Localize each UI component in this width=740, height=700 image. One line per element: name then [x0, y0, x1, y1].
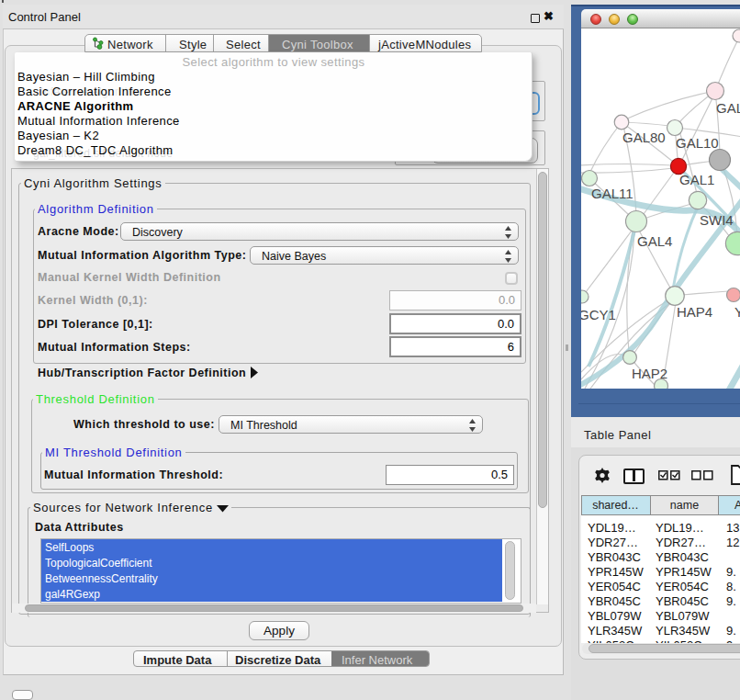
- svg-text:SWI4: SWI4: [700, 212, 734, 228]
- svg-text:GAL4: GAL4: [637, 233, 672, 249]
- svg-text:GAL10: GAL10: [676, 135, 719, 151]
- svg-text:GAL80: GAL80: [622, 130, 666, 145]
- svg-text:GAL1: GAL1: [679, 172, 714, 187]
- svg-text:GCY1: GCY1: [581, 307, 616, 322]
- svg-text:GAL11: GAL11: [591, 186, 633, 201]
- svg-text:HAP2: HAP2: [632, 366, 667, 381]
- svg-text:GAL: GAL: [716, 100, 740, 116]
- svg-text:Y: Y: [734, 304, 740, 320]
- svg-text:HAP4: HAP4: [677, 304, 712, 320]
